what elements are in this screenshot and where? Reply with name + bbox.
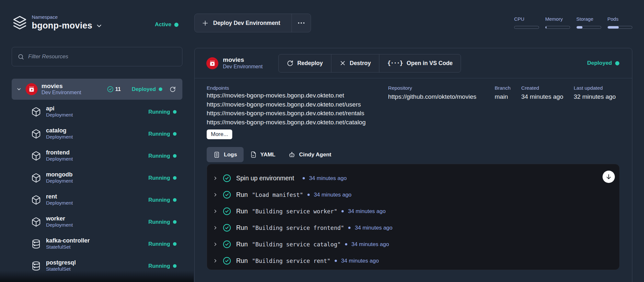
sidebar-item-catalog[interactable]: catalogDeployment Running	[12, 123, 182, 145]
movies-app-icon	[26, 83, 38, 95]
environment-name: movies	[41, 83, 81, 90]
active-status-dot	[174, 23, 178, 27]
check-circle-icon	[107, 86, 114, 93]
namespace-status-badge: Active	[155, 21, 178, 28]
namespace-name: bgonp-movies	[32, 21, 92, 31]
meter-pods: Pods	[607, 16, 632, 29]
environment-detail-panel: movies Dev Environment Redeploy Destroy …	[194, 48, 632, 282]
resource-list: apiDeployment Running catalogDeployment …	[12, 101, 182, 277]
cube-icon	[31, 217, 41, 227]
separator-dot	[335, 260, 337, 262]
detail-kind: Dev Environment	[223, 63, 263, 70]
cube-icon	[31, 173, 41, 183]
sidebar-item-rent[interactable]: rentDeployment Running	[12, 189, 182, 211]
vscode-braces-icon: {···}	[387, 60, 403, 66]
sidebar-item-worker[interactable]: workerDeployment Running	[12, 211, 182, 233]
filter-resources-input[interactable]	[28, 53, 182, 60]
environment-actions: Redeploy Destroy {···} Open in VS Code	[278, 54, 461, 73]
pods-meter-fill	[608, 26, 619, 28]
detail-tabs: Logs YAML Cindy Agent	[207, 147, 632, 162]
robot-icon	[288, 151, 295, 158]
namespace-label: Namespace	[32, 14, 103, 20]
ellipsis-icon	[298, 22, 299, 24]
separator-dot	[348, 227, 351, 229]
deploy-dev-environment-button[interactable]: Deploy Dev Environment	[195, 14, 292, 32]
logs-panel: Spin up environment 34 minutes ago Run "…	[207, 164, 620, 270]
check-circle-icon	[223, 174, 231, 183]
branch-column: Branch main	[495, 85, 511, 100]
replica-count-badge: 11	[107, 86, 121, 93]
deployed-status-badge: Deployed	[587, 60, 619, 66]
status-badge: Running	[148, 153, 177, 159]
collapse-chevron-icon[interactable]	[16, 86, 22, 92]
sidebar-item-api[interactable]: apiDeployment Running	[12, 101, 182, 123]
search-icon	[17, 53, 24, 60]
sidebar-item-kafka-controller[interactable]: kafka-controllerStatefulSet Running	[12, 233, 182, 255]
separator-dot	[303, 177, 305, 179]
log-row[interactable]: Run "Building service catalog" 34 minute…	[207, 236, 619, 253]
repository-link[interactable]: https://github.com/okteto/movies	[388, 93, 476, 100]
tab-yaml[interactable]: YAML	[244, 147, 282, 162]
meter-memory: Memory	[545, 16, 570, 29]
meter-storage: Storage	[576, 16, 601, 29]
arrow-down-icon	[605, 173, 612, 180]
memory-meter-fill	[546, 26, 546, 28]
chevron-down-icon	[96, 22, 103, 29]
log-row[interactable]: Run "Building service worker" 34 minutes…	[207, 203, 619, 220]
chevron-right-icon[interactable]	[213, 209, 218, 214]
chevron-right-icon[interactable]	[213, 242, 218, 247]
status-badge: Running	[148, 197, 177, 203]
logs-icon	[213, 151, 220, 158]
scroll-to-bottom-button[interactable]	[603, 171, 615, 183]
destroy-button[interactable]: Destroy	[331, 54, 379, 72]
cube-icon	[31, 129, 41, 139]
sidebar-item-postgresql[interactable]: postgresqlStatefulSet Running	[12, 255, 182, 277]
status-badge: Running	[148, 131, 177, 137]
tab-logs[interactable]: Logs	[207, 147, 244, 162]
last-updated-column: Last updated 32 minutes ago	[574, 85, 616, 100]
log-row[interactable]: Run "Building service rent" 34 minutes a…	[207, 253, 619, 269]
chevron-right-icon[interactable]	[213, 176, 218, 181]
separator-dot	[307, 194, 310, 196]
status-badge: Running	[148, 241, 177, 247]
refresh-icon[interactable]	[169, 86, 176, 93]
log-row[interactable]: Run "Load manifest" 34 minutes ago	[207, 186, 619, 203]
more-endpoints-button[interactable]: More...	[207, 130, 232, 139]
layers-icon	[12, 15, 27, 30]
log-row[interactable]: Run "Building service frontend" 34 minut…	[207, 220, 619, 236]
sidebar-item-movies-environment[interactable]: movies Dev Environment 11 Deployed	[12, 79, 182, 100]
file-icon	[250, 151, 257, 158]
sidebar-item-mongodb[interactable]: mongodbDeployment Running	[12, 167, 182, 189]
check-circle-icon	[223, 190, 231, 199]
sidebar: movies Dev Environment 11 Deployed apiDe…	[12, 47, 182, 277]
tab-cindy-agent[interactable]: Cindy Agent	[282, 147, 338, 162]
cube-icon	[31, 195, 41, 205]
deploy-button-group: Deploy Dev Environment	[194, 14, 311, 32]
resource-meters: CPU Memory Storage Pods	[514, 16, 632, 29]
environment-kind: Dev Environment	[41, 89, 81, 96]
x-icon	[339, 60, 346, 66]
endpoint-link[interactable]: https://movies-bgonp-movies.bgonp.dev.ok…	[207, 109, 619, 118]
chevron-right-icon[interactable]	[213, 192, 218, 197]
log-row[interactable]: Spin up environment 34 minutes ago	[207, 170, 619, 186]
plus-icon	[202, 20, 209, 27]
status-badge: Running	[148, 109, 177, 115]
open-in-vscode-button[interactable]: {···} Open in VS Code	[379, 54, 461, 72]
filter-resources-box	[12, 47, 182, 66]
endpoint-link[interactable]: https://movies-bgonp-movies.bgonp.dev.ok…	[207, 100, 619, 109]
chevron-right-icon[interactable]	[213, 225, 218, 230]
redeploy-icon	[287, 60, 293, 67]
redeploy-button[interactable]: Redeploy	[279, 54, 331, 72]
memory-meter-track	[545, 26, 570, 29]
sidebar-item-frontend[interactable]: frontendDeployment Running	[12, 145, 182, 167]
cube-icon	[31, 107, 41, 117]
namespace-switcher[interactable]: bgonp-movies	[32, 21, 103, 31]
endpoint-link[interactable]: https://movies-bgonp-movies.bgonp.dev.ok…	[207, 118, 619, 127]
storage-meter-track	[576, 26, 601, 29]
cube-icon	[31, 151, 41, 161]
deploy-overflow-menu-button[interactable]	[292, 14, 311, 32]
database-icon	[31, 261, 41, 271]
separator-dot	[341, 210, 344, 212]
created-column: Created 34 minutes ago	[521, 85, 563, 100]
chevron-right-icon[interactable]	[213, 258, 218, 263]
